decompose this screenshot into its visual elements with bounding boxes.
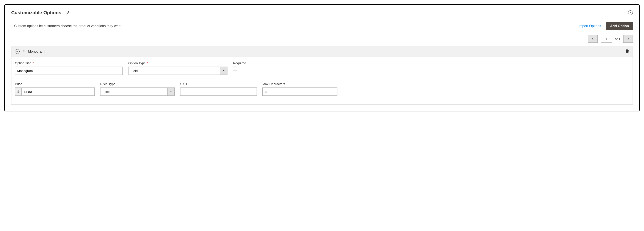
price-type-value: Fixed — [100, 88, 167, 96]
price-type-field: Price Type Fixed — [100, 82, 175, 96]
sku-label: SKU — [180, 82, 257, 86]
price-type-label: Price Type — [100, 82, 175, 86]
price-type-select[interactable]: Fixed — [100, 88, 175, 96]
next-page-button[interactable] — [623, 35, 633, 43]
price-field: Price $ — [15, 82, 95, 96]
page-of-label: of 1 — [615, 37, 620, 41]
customizable-options-panel: Customizable Options Custom options let … — [4, 4, 640, 112]
panel-header: Customizable Options — [11, 10, 633, 16]
panel-title-wrap: Customizable Options — [11, 10, 70, 16]
section-description: Custom options let customers choose the … — [14, 24, 122, 28]
required-star-icon: * — [147, 61, 148, 65]
required-label: Required — [233, 61, 259, 65]
option-row-2: Price $ Price Type Fixed — [15, 82, 629, 96]
option-title-label: Option Title * — [15, 61, 123, 65]
actions-row: Custom options let customers choose the … — [14, 22, 633, 30]
option-block: ⠿ Monogram Option Title * — [11, 46, 633, 104]
page-number-input[interactable] — [601, 35, 612, 43]
option-header: ⠿ Monogram — [12, 47, 632, 56]
max-chars-input[interactable] — [262, 88, 338, 96]
price-input[interactable] — [21, 88, 95, 96]
drag-handle-icon[interactable]: ⠿ — [23, 50, 25, 53]
chevron-down-icon[interactable] — [220, 66, 228, 75]
option-type-field: Option Type * Field — [128, 61, 228, 75]
required-field: Required — [233, 61, 259, 75]
currency-symbol: $ — [15, 88, 21, 96]
add-option-button[interactable]: Add Option — [606, 22, 633, 30]
option-type-value: Field — [128, 66, 220, 75]
import-options-link[interactable]: Import Options — [578, 24, 601, 28]
prev-page-button[interactable] — [588, 35, 598, 43]
edit-icon[interactable] — [66, 11, 70, 15]
option-title-field: Option Title * — [15, 61, 123, 75]
option-type-select[interactable]: Field — [128, 66, 228, 75]
sku-input[interactable] — [180, 88, 257, 96]
option-collapse-icon[interactable] — [15, 49, 20, 54]
delete-icon[interactable] — [625, 49, 629, 54]
option-type-label: Option Type * — [128, 61, 228, 65]
option-body: Option Title * Option Type * Field — [12, 56, 632, 104]
option-name: Monogram — [28, 50, 44, 54]
price-input-wrap: $ — [15, 88, 95, 96]
collapse-icon[interactable] — [628, 10, 633, 15]
sku-field: SKU — [180, 82, 257, 96]
option-header-left: ⠿ Monogram — [15, 49, 44, 54]
max-chars-label: Max Characters — [262, 82, 338, 86]
required-star-icon: * — [32, 61, 34, 65]
pagination: of 1 — [11, 35, 633, 43]
option-title-input[interactable] — [15, 66, 123, 75]
price-label: Price — [15, 82, 95, 86]
max-chars-field: Max Characters — [262, 82, 338, 96]
actions-right: Import Options Add Option — [578, 22, 633, 30]
option-row-1: Option Title * Option Type * Field — [15, 61, 629, 75]
required-checkbox[interactable] — [233, 66, 237, 70]
chevron-down-icon[interactable] — [167, 88, 175, 96]
panel-title: Customizable Options — [11, 10, 61, 16]
